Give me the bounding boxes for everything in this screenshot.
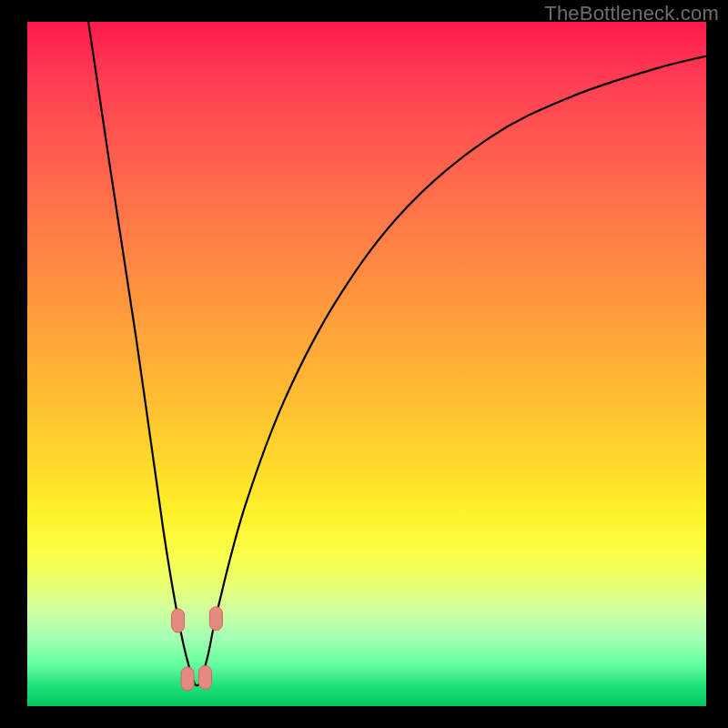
bottleneck-curve: [27, 22, 706, 706]
curve-marker: [209, 607, 222, 631]
plot-area: [27, 22, 706, 706]
marker-group: [172, 607, 223, 691]
curve-marker: [181, 667, 194, 691]
chart-frame: TheBottleneck.com: [0, 0, 728, 728]
curve-marker: [199, 665, 212, 689]
curve-marker: [172, 609, 185, 632]
curve-path: [88, 22, 706, 685]
